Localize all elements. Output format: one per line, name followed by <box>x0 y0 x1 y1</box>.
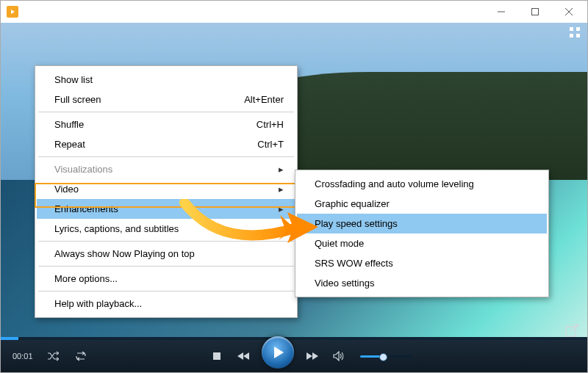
popout-icon <box>565 324 578 337</box>
menu-video[interactable]: Video▸ <box>37 179 295 199</box>
menu-visualizations: Visualizations▸ <box>37 159 295 179</box>
stop-icon <box>212 352 221 361</box>
context-menu: Show list Full screenAlt+Enter ShuffleCt… <box>35 65 298 318</box>
shuffle-icon <box>47 351 59 361</box>
menu-separator <box>38 266 294 267</box>
minimize-icon <box>498 8 505 15</box>
mute-button[interactable] <box>331 348 347 364</box>
submenu-quiet-mode[interactable]: Quiet mode <box>297 233 547 253</box>
menu-separator <box>38 156 294 157</box>
menu-lyrics-captions-subtitles[interactable]: Lyrics, captions, and subtitles▸ <box>37 219 295 239</box>
repeat-button[interactable] <box>73 348 89 364</box>
menu-help-with-playback[interactable]: Help with playback... <box>37 294 295 314</box>
fullscreen-icon <box>570 27 580 37</box>
menu-repeat[interactable]: RepeatCtrl+T <box>37 134 295 154</box>
submenu-crossfading[interactable]: Crossfading and auto volume leveling <box>297 174 547 194</box>
menu-enhancements[interactable]: Enhancements▸ <box>37 199 295 219</box>
fast-forward-icon <box>306 352 319 361</box>
maximize-icon <box>531 8 539 15</box>
submenu-play-speed-settings[interactable]: Play speed settings <box>297 214 547 233</box>
chevron-right-icon: ▸ <box>279 223 284 234</box>
titlebar-left <box>7 6 23 18</box>
transport-controls <box>209 344 412 369</box>
submenu-graphic-equalizer[interactable]: Graphic equalizer <box>297 194 547 214</box>
menu-separator <box>38 291 294 291</box>
close-icon <box>565 8 573 15</box>
maximize-button[interactable] <box>518 1 552 23</box>
submenu-srs-wow-effects[interactable]: SRS WOW effects <box>297 253 547 273</box>
volume-icon <box>333 351 345 361</box>
shortcut-label: Ctrl+T <box>257 139 284 150</box>
next-button[interactable] <box>304 348 320 364</box>
svg-rect-4 <box>576 34 580 37</box>
volume-thumb[interactable] <box>379 353 387 361</box>
shortcut-label: Alt+Enter <box>244 94 284 105</box>
wmp-app-icon <box>7 6 18 18</box>
enhancements-submenu: Crossfading and auto volume leveling Gra… <box>295 170 549 297</box>
shortcut-label: Ctrl+H <box>257 119 284 130</box>
svg-rect-3 <box>570 34 573 37</box>
svg-rect-0 <box>532 9 539 15</box>
submenu-video-settings[interactable]: Video settings <box>297 273 547 293</box>
rewind-icon <box>237 352 250 361</box>
elapsed-time-label: 00:01 <box>12 352 33 361</box>
play-pause-button[interactable] <box>262 336 294 369</box>
playback-bar: 00:01 <box>1 340 587 372</box>
chevron-right-icon: ▸ <box>279 203 284 214</box>
menu-always-on-top[interactable]: Always show Now Playing on top <box>37 244 295 264</box>
close-button[interactable] <box>552 1 586 23</box>
svg-rect-2 <box>576 27 580 31</box>
chevron-right-icon: ▸ <box>279 184 284 195</box>
menu-show-list[interactable]: Show list <box>37 70 295 90</box>
stop-button[interactable] <box>209 348 225 364</box>
repeat-icon <box>75 351 87 361</box>
switch-to-library-button[interactable] <box>565 324 578 337</box>
app-window: Show list Full screenAlt+Enter ShuffleCt… <box>0 0 588 373</box>
play-icon <box>274 347 284 358</box>
menu-more-options[interactable]: More options... <box>37 269 295 289</box>
now-playing-area[interactable]: Show list Full screenAlt+Enter ShuffleCt… <box>1 23 587 372</box>
volume-slider[interactable] <box>360 355 412 358</box>
menu-full-screen[interactable]: Full screenAlt+Enter <box>37 90 295 109</box>
menu-separator <box>38 241 294 242</box>
chevron-right-icon: ▸ <box>279 164 284 175</box>
titlebar <box>1 1 587 23</box>
menu-separator <box>38 112 294 112</box>
menu-shuffle[interactable]: ShuffleCtrl+H <box>37 115 295 134</box>
previous-button[interactable] <box>235 348 251 364</box>
shuffle-button[interactable] <box>45 348 61 364</box>
minimize-button[interactable] <box>484 1 518 23</box>
svg-rect-8 <box>213 352 220 360</box>
window-controls <box>484 1 586 23</box>
view-fullscreen-button[interactable] <box>570 27 580 37</box>
volume-fill <box>360 355 381 358</box>
svg-rect-1 <box>570 27 573 31</box>
